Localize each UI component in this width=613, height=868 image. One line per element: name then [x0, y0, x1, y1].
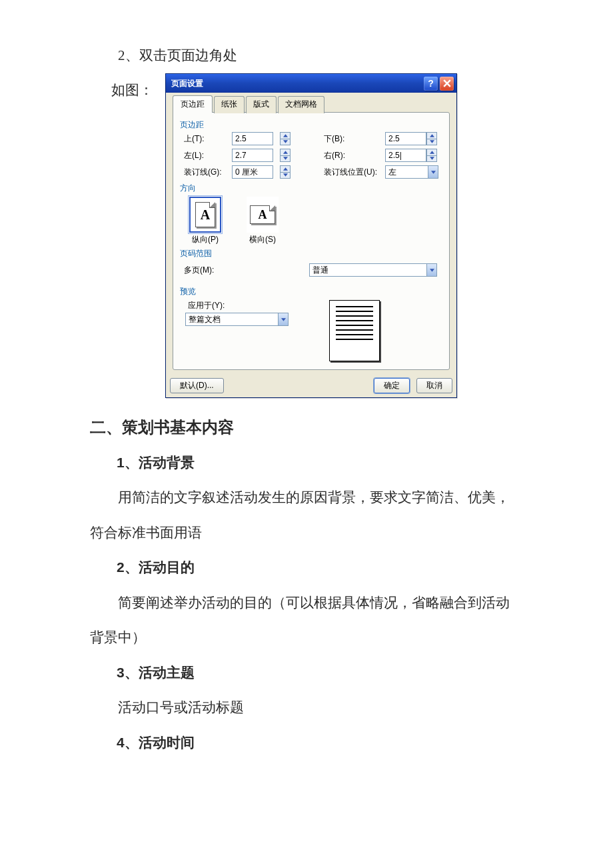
- page-setup-dialog: 页面设置 ? 页边距 纸张 版式 文档网格 页边距 上(T):: [165, 73, 457, 398]
- group-preview-label: 预览: [180, 286, 442, 297]
- dropdown-applyto-value: 整篇文档: [189, 314, 221, 325]
- ok-button[interactable]: 确定: [374, 378, 410, 393]
- default-button[interactable]: 默认(D)...: [170, 378, 224, 393]
- orientation-landscape[interactable]: A 横向(S): [247, 197, 279, 245]
- close-icon: [443, 79, 451, 87]
- landscape-icon: A: [247, 197, 279, 233]
- tab-strip: 页边距 纸张 版式 文档网格: [173, 95, 450, 113]
- orientation-portrait[interactable]: A 纵向(P): [189, 197, 221, 245]
- label-multipage: 多页(M):: [184, 265, 232, 276]
- chevron-down-icon: [283, 140, 288, 143]
- dropdown-multipage[interactable]: 普通: [309, 263, 437, 277]
- spinner-right[interactable]: [426, 149, 437, 162]
- heading-2: 二、策划书基本内容: [90, 410, 523, 445]
- preview-thumbnail: [329, 300, 380, 361]
- input-bottom[interactable]: 2.5: [385, 132, 426, 145]
- chevron-up-icon: [283, 151, 288, 154]
- tab-paper[interactable]: 纸张: [214, 96, 245, 113]
- figure-row: 如图： 页面设置 ? 页边距 纸张 版式 文档网格 页边距: [90, 73, 523, 398]
- heading-s1: 1、活动背景: [117, 445, 523, 481]
- input-left[interactable]: 2.7: [232, 149, 273, 162]
- label-right: 右(R):: [324, 150, 385, 161]
- preview-row: 应用于(Y): 整篇文档: [184, 300, 442, 361]
- dropdown-gutter-pos-value: 左: [388, 167, 396, 178]
- dropdown-gutter-pos[interactable]: 左: [385, 165, 438, 179]
- label-left: 左(L):: [184, 150, 232, 161]
- chevron-down-icon: [283, 173, 288, 177]
- tab-grid[interactable]: 文档网格: [278, 96, 324, 113]
- label-gutter: 装订线(G):: [184, 167, 232, 178]
- para-s2: 简要阐述举办活动的目的（可以根据具体情况，省略融合到活动背景中）: [90, 585, 523, 655]
- input-right[interactable]: 2.5|: [385, 149, 426, 162]
- input-gutter[interactable]: 0 厘米: [232, 165, 273, 179]
- dialog-title: 页面设置: [171, 78, 203, 89]
- para-s1: 用简洁的文字叙述活动发生的原因背景，要求文字简洁、优美，符合标准书面用语: [90, 480, 523, 550]
- help-button[interactable]: ?: [424, 77, 438, 91]
- right-buttons: 确定 取消: [374, 378, 452, 393]
- portrait-caption: 纵向(P): [189, 234, 221, 245]
- tab-margins[interactable]: 页边距: [173, 95, 213, 113]
- close-button[interactable]: [440, 77, 454, 91]
- spinner-gutter[interactable]: [280, 165, 291, 179]
- margins-grid: 上(T): 2.5 下(B): 2.5 左(L):: [184, 132, 442, 179]
- tab-pane-margins: 页边距 上(T): 2.5 下(B): 2.5: [173, 112, 450, 370]
- chevron-down-icon: [430, 157, 434, 160]
- dropdown-applyto[interactable]: 整篇文档: [185, 313, 289, 326]
- cancel-button[interactable]: 取消: [416, 378, 452, 393]
- portrait-icon: A: [189, 197, 221, 233]
- doc-item-2: 2、双击页面边角处: [90, 40, 523, 71]
- label-top: 上(T):: [184, 133, 232, 145]
- spinner-left[interactable]: [280, 149, 291, 162]
- para-s3: 活动口号或活动标题: [90, 690, 523, 725]
- chevron-up-icon: [283, 167, 288, 171]
- dropdown-button-icon: [278, 313, 288, 325]
- orientation-row: A 纵向(P) A 横向(S): [189, 197, 442, 245]
- pagerange-row: 多页(M): 普通: [184, 263, 442, 277]
- heading-s2: 2、活动目的: [117, 550, 523, 585]
- chevron-down-icon: [283, 157, 288, 160]
- chevron-up-icon: [283, 134, 288, 137]
- landscape-caption: 横向(S): [247, 234, 279, 245]
- group-orientation-label: 方向: [180, 183, 442, 194]
- chevron-up-icon: [430, 134, 434, 137]
- doc-item-2-text: 2、双击页面边角处: [118, 47, 237, 63]
- applyto-col: 应用于(Y): 整篇文档: [184, 300, 297, 326]
- group-pagerange-label: 页码范围: [180, 248, 442, 259]
- chevron-up-icon: [430, 151, 434, 154]
- spinner-bottom[interactable]: [426, 132, 437, 145]
- group-margins-label: 页边距: [180, 119, 442, 131]
- label-gutter-pos: 装订线位置(U):: [324, 167, 385, 178]
- dropdown-button-icon: [426, 264, 436, 276]
- label-bottom: 下(B):: [324, 133, 385, 145]
- dialog-titlebar[interactable]: 页面设置 ?: [166, 74, 456, 93]
- dropdown-button-icon: [428, 166, 438, 178]
- heading-s3: 3、活动主题: [117, 655, 523, 691]
- dialog-body: 页边距 纸张 版式 文档网格 页边距 上(T): 2.5: [166, 93, 456, 375]
- tab-layout[interactable]: 版式: [246, 96, 277, 113]
- heading-s4: 4、活动时间: [117, 725, 523, 761]
- spinner-top[interactable]: [280, 132, 291, 145]
- dropdown-multipage-value: 普通: [312, 265, 328, 276]
- dialog-button-row: 默认(D)... 确定 取消: [166, 375, 456, 397]
- input-top[interactable]: 2.5: [232, 132, 273, 145]
- chevron-down-icon: [430, 140, 434, 143]
- label-applyto: 应用于(Y):: [188, 300, 297, 311]
- figure-label: 如图：: [111, 73, 153, 105]
